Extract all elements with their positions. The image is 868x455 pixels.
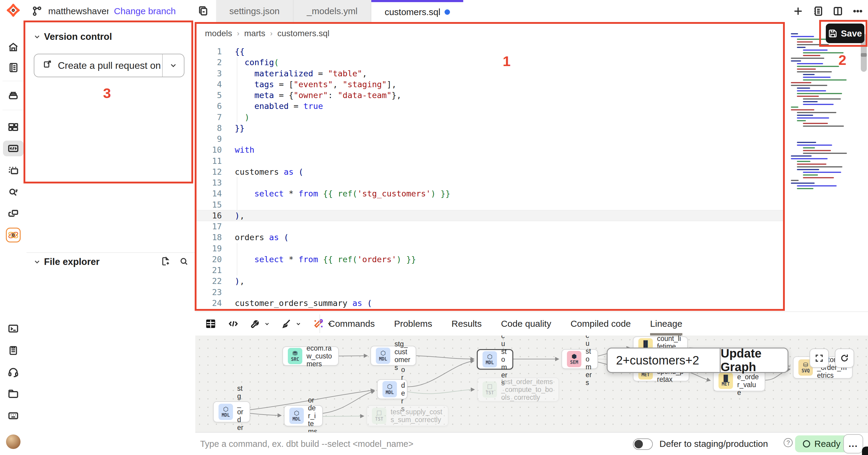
sidebar-item-catalog[interactable] <box>3 184 24 199</box>
bottom-tab-problems[interactable]: Problems <box>394 312 432 336</box>
new-file-icon[interactable] <box>161 256 170 267</box>
search-icon[interactable] <box>179 256 189 267</box>
breadcrumb-item[interactable]: customers.sql <box>277 29 330 38</box>
sidebar-item-shortcuts[interactable] <box>3 408 24 424</box>
lineage-node-order_items[interactable]: ⬡MDLorder_items <box>284 405 323 426</box>
command-input[interactable]: Type a command, ex. dbt build --select <… <box>200 433 413 455</box>
bottom-tab-lineage[interactable]: Lineage <box>650 312 682 336</box>
code-line-18[interactable]: 18orders as ( <box>195 232 785 243</box>
overflow-menu-icon[interactable] <box>852 5 864 17</box>
lineage-node-test_supply_costs_sum_correctly[interactable]: ☐TSTtest_supply_costs_sum_correctly <box>367 405 448 426</box>
build-wrench-icon[interactable] <box>250 318 271 330</box>
code-line-3[interactable]: 3 materialized = "table", <box>195 68 785 79</box>
sidebar-item-jobs[interactable] <box>3 87 24 103</box>
save-button[interactable]: Save <box>826 24 864 43</box>
lineage-node-stg_customers[interactable]: ⬡MDLstg_customers <box>370 346 416 366</box>
code-line-5[interactable]: 5 meta = {"owner": "data-team"}, <box>195 90 785 101</box>
minimap-line <box>797 87 810 89</box>
code-line-15[interactable]: 15 <box>195 199 785 210</box>
sidebar-item-terminal[interactable] <box>3 321 24 336</box>
lineage-selector-input[interactable]: 2+customers+2 <box>608 348 720 372</box>
lineage-node-ecom.raw_customers[interactable]: ⛃SRCecom.raw_customers <box>282 346 339 366</box>
help-icon[interactable]: ? <box>784 438 793 447</box>
sidebar-item-projects[interactable] <box>3 386 24 402</box>
sidebar-item-home[interactable] <box>3 39 24 55</box>
bottom-tab-commands[interactable]: Commands <box>329 312 375 336</box>
code-line-1[interactable]: 1{{ <box>195 46 785 57</box>
sidebar-item-dashboards[interactable] <box>3 119 24 135</box>
sidebar-item-integrations[interactable] <box>3 205 24 221</box>
breadcrumb-item[interactable]: models <box>205 29 232 38</box>
split-pane-icon[interactable] <box>832 5 844 17</box>
editor-tab-_models.yml[interactable]: _models.yml <box>293 0 371 22</box>
code-line-11[interactable]: 11 <box>195 155 785 167</box>
bottom-tab-code-quality[interactable]: Code quality <box>501 312 551 336</box>
line-number: 12 <box>195 167 222 176</box>
status-badge-ready[interactable]: Ready <box>795 435 848 452</box>
compile-code-icon[interactable] <box>227 318 239 330</box>
chevron-down-icon <box>33 33 41 41</box>
file-explorer-header[interactable]: File explorer <box>27 255 195 268</box>
code-line-23[interactable]: 23 <box>195 287 785 298</box>
changelog-icon[interactable] <box>812 5 824 17</box>
code-line-17[interactable]: 17 <box>195 221 785 232</box>
pr-dropdown-caret[interactable] <box>163 61 184 70</box>
sidebar-item-ai-assistant[interactable] <box>3 227 24 243</box>
create-pr-button[interactable]: Create a pull request on Gi... <box>34 54 184 77</box>
bottom-tab-results[interactable]: Results <box>452 312 482 336</box>
lineage-node-test_order_items_compute_to_bools_correctly[interactable]: ☐TSTtest_order_items_compute_to_bools_co… <box>477 377 559 402</box>
code-line-22[interactable]: 22), <box>195 276 785 287</box>
code-line-19[interactable]: 19 <box>195 243 785 254</box>
lineage-node-stg_orders[interactable]: ⬡MDLstg_orders <box>213 401 250 422</box>
change-branch-link[interactable]: Change branch <box>114 6 176 16</box>
defer-toggle[interactable] <box>633 438 653 450</box>
code-line-2[interactable]: 2 config( <box>195 57 785 68</box>
sidebar-item-notebooks[interactable] <box>3 60 24 76</box>
user-avatar[interactable] <box>6 434 21 449</box>
code-line-24[interactable]: 24customer_orders_summary as ( <box>195 297 785 309</box>
code-line-20[interactable]: 20 select * from {{ ref('orders') }} <box>195 254 785 265</box>
code-line-8[interactable]: 8}} <box>195 122 785 134</box>
code-line-7[interactable]: 7 ) <box>195 112 785 123</box>
code-line-14[interactable]: 14 select * from {{ ref('stg_customers')… <box>195 188 785 199</box>
code-line-10[interactable]: 10with <box>195 144 785 155</box>
code-line-12[interactable]: 12customers as ( <box>195 166 785 177</box>
sidebar-item-code-editor[interactable] <box>3 141 24 156</box>
dbt-logo[interactable] <box>3 2 24 18</box>
update-graph-button[interactable]: Update Graph <box>720 348 787 372</box>
editor-scrollbar-thumb[interactable] <box>861 53 867 57</box>
corner-widget <box>862 447 868 455</box>
fullscreen-button[interactable] <box>809 348 829 368</box>
new-tab-plus-icon[interactable] <box>792 5 804 17</box>
format-broom-icon[interactable] <box>281 318 302 330</box>
bottom-tab-compiled-code[interactable]: Compiled code <box>570 312 631 336</box>
version-control-header[interactable]: Version control <box>27 30 195 44</box>
minimap-line <box>803 153 847 154</box>
minimap-line <box>791 33 798 34</box>
left-icon-rail <box>0 0 27 455</box>
code-line-21[interactable]: 21 <box>195 265 785 276</box>
code-line-16[interactable]: 16), <box>195 210 785 221</box>
code-line-6[interactable]: 6 enabled = true <box>195 101 785 112</box>
lineage-node-orders[interactable]: ⬡MDLorders <box>377 379 407 399</box>
line-content: ), <box>222 276 245 286</box>
code-line-9[interactable]: 9 <box>195 133 785 144</box>
sidebar-item-support[interactable] <box>3 365 24 380</box>
breadcrumb-item[interactable]: marts <box>244 29 265 38</box>
refresh-graph-button[interactable] <box>835 348 854 368</box>
line-number: 18 <box>195 233 222 242</box>
minimap-line <box>791 182 815 184</box>
code-line-4[interactable]: 4 tags = ["events", "staging"], <box>195 79 785 90</box>
editor-tab-settings.json[interactable]: settings.json <box>216 0 293 22</box>
lineage-node-customers[interactable]: ⬡MDLcustomers <box>477 349 513 370</box>
more-actions-button[interactable]: ... <box>843 434 863 454</box>
editor-tab-customers.sql[interactable]: customers.sql <box>371 0 463 22</box>
copy-branch-icon[interactable] <box>197 5 209 18</box>
lineage-canvas[interactable]: ⛃SRCecom.raw_customers⬡MDLstg_customers⬡… <box>195 336 868 432</box>
minimap[interactable] <box>789 25 858 313</box>
sidebar-item-canvas[interactable] <box>3 163 24 179</box>
sidebar-item-logs[interactable] <box>3 342 24 358</box>
code-line-13[interactable]: 13 <box>195 177 785 188</box>
lineage-node-customers[interactable]: ⬢SEMcustomers <box>561 349 598 369</box>
preview-table-icon[interactable] <box>204 317 217 330</box>
